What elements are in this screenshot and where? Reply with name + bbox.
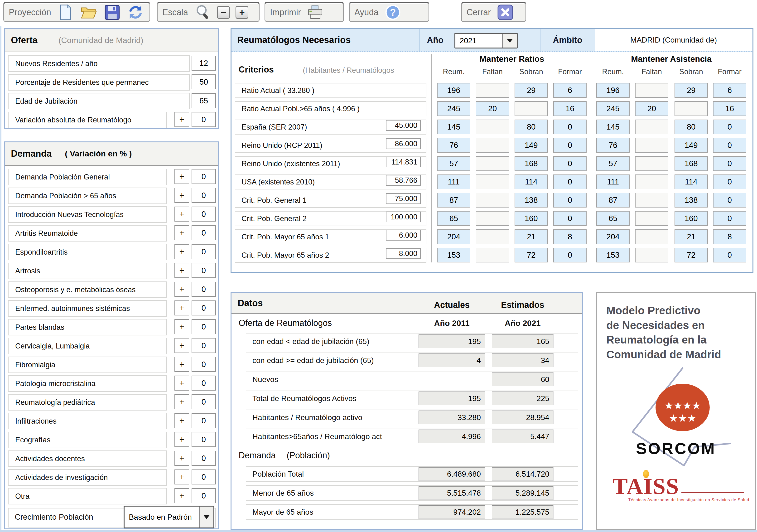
chevron-down-icon [203,515,210,519]
criteria-value-input[interactable]: 86.000 [386,138,421,149]
scale-toolbar-group: Escala − + [157,2,259,22]
demanda-value-input[interactable]: 0 [192,300,216,315]
new-document-icon[interactable] [57,4,75,21]
increment-button[interactable]: + [174,413,189,428]
increment-button[interactable]: + [174,357,189,372]
criteria-value-input[interactable]: 45.000 [386,120,421,131]
increment-button[interactable]: + [174,338,189,353]
save-icon[interactable] [104,4,121,21]
table-cell [476,83,509,98]
datos-value: 5.515.478 [418,486,485,500]
population-growth-label: Crecimiento Población [15,513,93,521]
table-cell: 168 [515,156,548,171]
increment-button[interactable]: + [174,300,189,315]
help-toolbar-group[interactable]: Ayuda ? [349,2,429,22]
demanda-row: Artritis Reumatoide+0 [5,224,218,243]
close-icon [497,4,514,21]
increment-button[interactable]: + [174,432,189,447]
increment-button[interactable]: + [174,112,189,127]
year-select[interactable]: 2021 [454,33,518,48]
close-button[interactable]: Cerrar [461,2,526,22]
demanda-value-input[interactable]: 0 [192,263,216,278]
open-folder-icon[interactable] [80,4,98,21]
demanda-value-input[interactable]: 0 [192,188,216,203]
table-cell: 16 [553,101,587,116]
demanda-value-input[interactable]: 0 [192,376,216,391]
criteria-header: Criterios [239,65,274,75]
criteria-value-input[interactable]: 75.000 [386,193,421,204]
oferta-value-input[interactable]: 50 [192,75,216,89]
dropdown-button[interactable] [502,34,517,47]
increment-button[interactable]: + [174,263,189,278]
criteria-value-input[interactable]: 100.000 [386,211,421,222]
oferta-value-input[interactable]: 65 [192,93,216,108]
demanda-value-input[interactable]: 0 [192,338,216,353]
demanda-value-input[interactable]: 0 [192,469,216,485]
oferta-row-label: Variación absoluta de Reumatólogo [8,112,167,128]
demanda-row: Demanda Población > 65 años+0 [5,186,218,205]
criteria-value-input[interactable]: 58.766 [386,175,421,186]
criteria-value-input[interactable]: 8.000 [386,248,421,259]
increment-button[interactable]: + [174,451,189,466]
scope-value-field[interactable]: MADRID (Comunidad de) [595,29,752,51]
demanda-value-input[interactable]: 0 [192,413,216,428]
table-cell [476,248,509,263]
oferta-value-input[interactable]: 0 [192,112,216,127]
table-cell: 111 [437,174,470,189]
necesarios-header: Reumatólogos Necesarios Año 2021 Ámbito … [231,29,752,52]
population-growth-row: Crecimiento Población Basado en Padrón [5,506,218,528]
necesarios-table: Criterios (Habitantes / Reumatólogos Man… [231,52,752,265]
demanda-panel: Demanda ( Variación en % ) Demanda Pobla… [4,141,219,529]
datos-title: Datos [238,298,263,308]
print-toolbar-group[interactable]: Imprimir [264,2,344,22]
oferta-title: Oferta [11,35,38,46]
demanda-row: Reumatología pediátrica+0 [5,393,218,412]
table-cell: 0 [553,156,587,171]
datos-value: 28.954 [492,411,554,424]
table-cell: 80 [675,120,708,134]
datos-value: 34 [492,354,554,367]
increment-button[interactable]: + [174,394,189,409]
oferta-value-input[interactable]: 12 [192,56,216,71]
increment-button[interactable]: + [174,282,189,297]
demanda-value-input[interactable]: 0 [192,451,216,466]
increment-button[interactable]: + [174,319,189,334]
datos-section-demanda: Demanda(Población) [231,446,582,465]
datos-value: 5.289.145 [492,486,554,500]
demanda-value-input[interactable]: 0 [192,206,216,222]
increment-button[interactable]: + [174,376,189,391]
population-growth-select[interactable]: Basado en Padrón [124,506,214,528]
criteria-value-input[interactable]: 114.831 [386,157,421,167]
dropdown-button[interactable] [199,507,213,527]
demanda-value-input[interactable]: 0 [192,244,216,259]
demanda-value-input[interactable]: 0 [192,319,216,334]
increment-button[interactable]: + [174,169,189,184]
increment-button[interactable]: + [174,488,189,503]
demanda-value-input[interactable]: 0 [192,282,216,297]
table-cell: 153 [596,248,630,263]
print-label: Imprimir [270,7,301,17]
increment-button[interactable]: + [174,469,189,485]
refresh-icon[interactable] [127,4,144,21]
increment-button[interactable]: + [174,188,189,203]
demanda-value-input[interactable]: 0 [192,394,216,409]
table-cell: 160 [515,211,548,226]
demanda-value-input[interactable]: 0 [192,357,216,372]
group-header-asistencia: Mantener Asistencia [596,54,746,64]
oferta-row: Variación absoluta de Reumatólogo + 0 [5,110,218,129]
demanda-value-input[interactable]: 0 [192,432,216,447]
increment-button[interactable]: + [174,244,189,259]
demanda-value-input[interactable]: 0 [192,169,216,184]
demanda-value-input[interactable]: 0 [192,225,216,240]
zoom-in-button[interactable]: + [235,6,248,19]
increment-button[interactable]: + [174,225,189,240]
zoom-out-button[interactable]: − [217,6,230,19]
demanda-value-input[interactable]: 0 [192,488,216,503]
demanda-title: Demanda [11,148,51,159]
table-cell: 0 [553,174,587,189]
table-cell [635,248,668,263]
increment-button[interactable]: + [174,206,189,222]
table-cell: 76 [437,138,470,153]
oferta-subtitle: (Comunidad de Madrid) [58,36,143,45]
criteria-value-input[interactable]: 6.000 [386,230,421,240]
